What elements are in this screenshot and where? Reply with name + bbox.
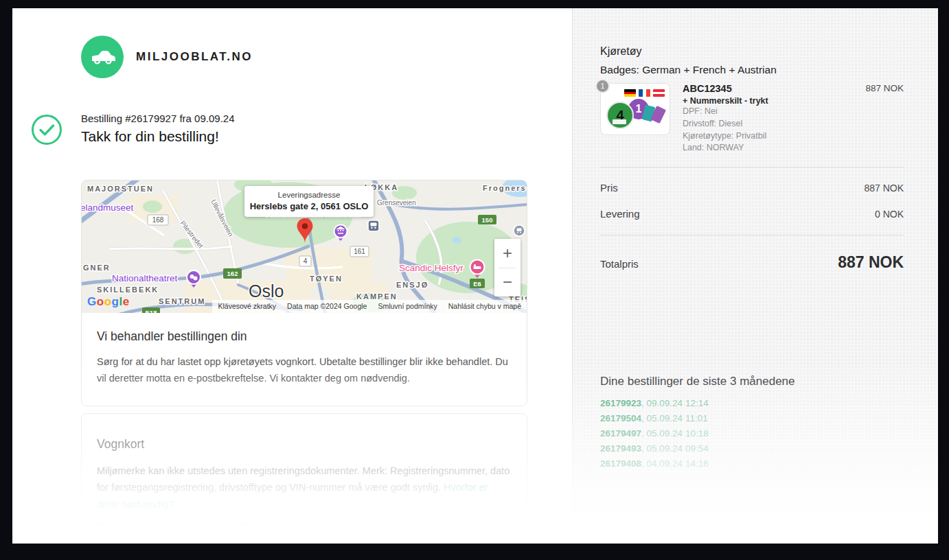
svg-text:E6: E6 xyxy=(473,280,481,288)
transit-station-icon-2 xyxy=(514,225,525,236)
recent-orders-title: Dine bestillinger de siste 3 månedene xyxy=(600,375,904,388)
brand-logo: MILJOOBLAT.NO xyxy=(81,36,253,78)
route-badge-e6: E6 xyxy=(470,279,485,288)
google-logo[interactable]: Google xyxy=(87,295,130,309)
keyboard-shortcuts-link[interactable]: Klávesové zkratky xyxy=(218,302,276,310)
order-item-row: 1 1 4 ABC12345 + Nummerskilt - trykt DPF… xyxy=(600,83,904,154)
item-detail-dpf: DPF: Nei xyxy=(683,106,768,118)
svg-text:E18: E18 xyxy=(146,309,157,313)
order-history-link[interactable]: 26179497, 05.09.24 10:18 xyxy=(600,428,904,439)
shipping-value: 0 NOK xyxy=(875,209,904,220)
car-icon xyxy=(89,48,115,66)
order-history-link[interactable]: 26179408, 04.09.24 14:16 xyxy=(600,458,904,469)
route-badge-e18: E18 xyxy=(142,307,160,313)
success-check-icon xyxy=(31,114,62,148)
checkbox-label: Kjøretøy som er registrert i Norge: xyxy=(111,521,273,532)
item-detail-fuel: Drivstoff: Diesel xyxy=(683,118,768,130)
map-label-toyen: TØYEN xyxy=(310,275,343,283)
shipping-label: Levering xyxy=(600,208,640,220)
delivery-address-tooltip: Leveringsadresse Herslebs gate 2, 0561 O… xyxy=(244,186,374,217)
total-row: Totalpris 887 NOK xyxy=(600,253,904,272)
route-badge-168: 168 xyxy=(148,215,168,225)
map-label-vigelandmuseet: elandmuseet xyxy=(82,202,134,213)
item-price: 887 NOK xyxy=(865,83,904,154)
map-label-skillebekk: SKILLEBEKK xyxy=(97,285,159,294)
map-label-oslo: Oslo xyxy=(249,281,284,301)
vognkort-body: Miljømerke kan ikke utstedes uten regist… xyxy=(97,463,512,513)
badges-line: Badges: German + French + Austrian xyxy=(600,64,904,76)
total-value: 887 NOK xyxy=(838,253,904,272)
zoom-out-button[interactable]: − xyxy=(494,268,521,297)
recent-orders: Dine bestillinger de siste 3 månedene 26… xyxy=(600,375,904,469)
svg-text:168: 168 xyxy=(152,216,164,224)
map-label-ensjo: ENSJØ xyxy=(396,281,428,289)
route-badge-161: 161 xyxy=(350,246,369,257)
item-addon: + Nummerskilt - trykt xyxy=(683,96,768,106)
order-history-link[interactable]: 26179504, 05.09.24 11:01 xyxy=(600,413,904,423)
zoom-in-button[interactable]: + xyxy=(494,239,521,268)
tooltip-title: Leveringsadresse xyxy=(249,191,369,199)
transit-station-icon xyxy=(368,220,379,231)
page-title: Takk for din bestilling! xyxy=(81,128,235,145)
car-logo-icon xyxy=(81,36,124,78)
order-history-link[interactable]: 26179923, 09.09.24 12:14 xyxy=(600,398,904,408)
svg-text:150: 150 xyxy=(482,216,493,224)
map-label-frognersete: Frognersete xyxy=(483,184,527,192)
svg-text:4: 4 xyxy=(304,257,308,265)
processing-body: Sørg for at du har lastet opp kjøretøyet… xyxy=(97,353,512,387)
map-zoom-control: + − xyxy=(494,239,521,296)
order-number-line: Bestilling #26179927 fra 09.09.24 xyxy=(81,113,235,124)
umwelt-plakette-icon: 4 xyxy=(606,102,634,129)
report-map-error-link[interactable]: Nahlásit chybu v mapě xyxy=(448,302,521,310)
order-confirmation-page: MILJOOBLAT.NO Bestilling #26179927 fra 0… xyxy=(12,8,938,544)
french-flag-icon xyxy=(639,89,650,97)
map-label-majorstuen: MAJORSTUEN xyxy=(87,185,154,193)
product-thumbnail: 1 1 4 xyxy=(600,83,670,135)
price-label: Pris xyxy=(600,182,618,194)
order-header: Bestilling #26179927 fra 09.09.24 Takk f… xyxy=(81,113,235,145)
summary-divider-1 xyxy=(600,167,904,167)
map-label-frogner: GNER xyxy=(83,264,111,272)
svg-text:161: 161 xyxy=(354,248,365,255)
price-row: Pris 887 NOK xyxy=(600,182,904,194)
google-map[interactable]: MAJORSTUEN elandmuseet Pilestredet Ullev… xyxy=(82,180,527,313)
map-label-nationaltheatret: Nationaltheatret xyxy=(112,273,178,283)
map-label-grenseveien: Grenseveien xyxy=(377,199,416,207)
delivery-pin-icon xyxy=(296,218,314,246)
brand-name: MILJOOBLAT.NO xyxy=(136,50,253,64)
route-badge-4: 4 xyxy=(299,256,311,266)
svg-text:162: 162 xyxy=(227,270,238,277)
shipping-row: Levering 0 NOK xyxy=(600,208,904,220)
summary-divider-2 xyxy=(600,235,904,235)
plate-number: ABC12345 xyxy=(683,83,768,94)
processing-card: MAJORSTUEN elandmuseet Pilestredet Ullev… xyxy=(81,180,527,406)
tooltip-address: Herslebs gate 2, 0561 OSLO xyxy=(249,201,369,211)
austrian-flag-icon xyxy=(653,89,665,97)
registered-checkbox[interactable] xyxy=(97,522,106,531)
item-index-badge: 1 xyxy=(595,79,610,93)
map-data-copyright: Data map ©2024 Google xyxy=(287,302,367,310)
order-history-link[interactable]: 26179493, 05.09.24 09:54 xyxy=(600,443,904,454)
total-label: Totalpris xyxy=(600,258,639,270)
terms-link[interactable]: Smluvní podmínky xyxy=(378,302,437,310)
map-attribution: Klávesové zkratky Data map ©2024 Google … xyxy=(212,300,527,313)
flags-row xyxy=(624,89,665,97)
processing-title: Vi behandler bestillingen din xyxy=(97,329,512,344)
item-info: ABC12345 + Nummerskilt - trykt DPF: Nei … xyxy=(683,83,768,154)
sidebar-title: Kjøretøy xyxy=(600,45,904,58)
map-label-sentrum: SENTRUM xyxy=(159,297,205,305)
vognkort-card: Vognkort Miljømerke kan ikke utstedes ut… xyxy=(81,413,527,544)
map-label-scandic: Scandic Helsfyr xyxy=(399,263,464,273)
order-summary-sidebar: Kjøretøy Badges: German + French + Austr… xyxy=(572,8,938,544)
german-flag-icon xyxy=(624,89,636,97)
price-value: 887 NOK xyxy=(864,183,904,194)
item-detail-type: Kjøretøytype: Privatbil xyxy=(683,130,768,143)
vognkort-title: Vognkort xyxy=(97,437,512,452)
norway-registered-row: Kjøretøy som er registrert i Norge: Du t… xyxy=(97,518,512,544)
item-detail-country: Land: NORWAY xyxy=(683,142,768,154)
route-badge-162: 162 xyxy=(223,268,242,279)
route-badge-150: 150 xyxy=(478,215,496,224)
